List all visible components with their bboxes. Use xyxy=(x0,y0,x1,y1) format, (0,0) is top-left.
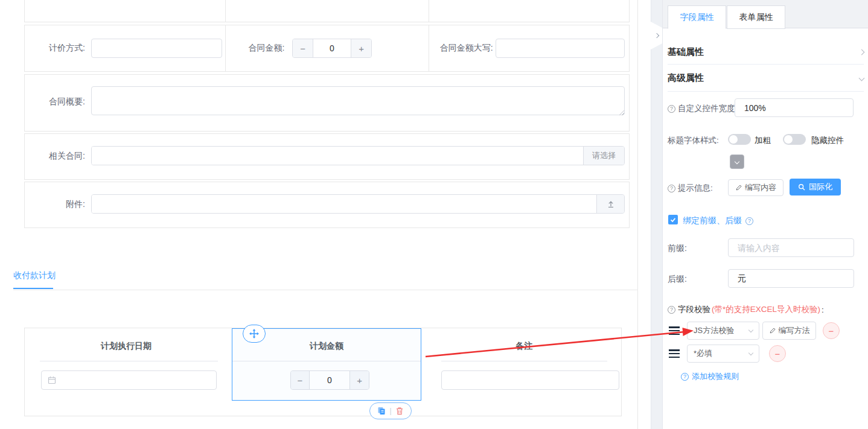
prefix-input[interactable] xyxy=(728,238,854,257)
properties-panel: 字段属性 表单属性 基础属性 高级属性 ? 自定义控件宽度: 标题字体样式: 加… xyxy=(662,0,868,429)
bind-prefix-suffix-checkbox[interactable] xyxy=(668,215,678,224)
column-actions-pill: | xyxy=(369,402,412,419)
minus-icon: − xyxy=(829,326,834,336)
bind-prefix-suffix-label: 绑定前缀、后缀 xyxy=(683,215,742,226)
panel-tab-bar: 字段属性 表单属性 xyxy=(663,0,868,28)
validation-colon: : xyxy=(822,305,824,314)
field-pricing-method: 计价方式: xyxy=(25,25,225,71)
pricing-method-input[interactable] xyxy=(91,39,222,58)
amount-in-words-label: 合同金额大写: xyxy=(429,43,493,54)
prefix-label-row: 前缀: xyxy=(668,243,687,254)
check-icon xyxy=(669,216,677,223)
pencil-icon xyxy=(769,327,776,334)
stepper-value[interactable]: 0 xyxy=(313,39,351,57)
suffix-input[interactable] xyxy=(728,269,854,288)
rule-type-select[interactable]: JS方法校验 xyxy=(687,322,759,340)
field-amount-in-words: 合同金额大写: xyxy=(429,25,629,71)
width-label-row: ? 自定义控件宽度: xyxy=(668,103,737,114)
attachment-input[interactable] xyxy=(92,195,596,213)
contract-amount-label: 合同金额: xyxy=(226,43,284,54)
related-contract-input[interactable] xyxy=(92,147,583,165)
minus-icon: − xyxy=(775,349,780,359)
tab-payment-plan[interactable]: 收付款计划 xyxy=(13,270,56,281)
header-underline xyxy=(441,361,607,361)
payment-plan-table: 计划执行日期 计划金额 备注 − 0 + xyxy=(24,328,622,416)
validation-label-row: ? 字段校验 (带*的支持EXCEL导入时校验) : xyxy=(668,304,824,315)
chevron-right-icon xyxy=(859,49,865,55)
i18n-label: 国际化 xyxy=(809,182,832,192)
font-style-label-row: 标题字体样式: xyxy=(668,135,719,146)
help-icon: ? xyxy=(668,185,675,192)
contract-amount-stepper: − 0 + xyxy=(292,39,372,58)
tab-form-properties[interactable]: 表单属性 xyxy=(727,5,785,29)
plan-remark-input[interactable] xyxy=(441,370,619,390)
write-content-button[interactable]: 编写内容 xyxy=(728,179,783,196)
grid-row-related: 相关合同: 请选择 xyxy=(24,133,630,180)
font-style-expand-button[interactable] xyxy=(730,154,744,169)
hide-control-toggle[interactable] xyxy=(783,134,806,145)
copy-button[interactable] xyxy=(377,407,386,415)
help-icon: ? xyxy=(668,105,675,113)
delete-button[interactable] xyxy=(395,407,404,415)
rule-type-select[interactable]: *必填 xyxy=(687,345,759,363)
add-rule-label: 添加校验规则 xyxy=(692,371,739,382)
plan-date-input[interactable] xyxy=(41,370,217,390)
rule-type-value: JS方法校验 xyxy=(694,325,734,336)
section-advanced-label: 高级属性 xyxy=(668,72,704,84)
custom-width-input[interactable] xyxy=(735,98,854,117)
column-header-date[interactable]: 计划执行日期 xyxy=(25,341,228,352)
add-validation-rule-link[interactable]: ? 添加校验规则 xyxy=(681,371,739,382)
remove-rule-button[interactable]: − xyxy=(769,345,786,362)
chevron-right-icon xyxy=(654,33,659,38)
section-advanced-properties[interactable]: 高级属性 xyxy=(668,65,864,92)
hide-control-label: 隐藏控件 xyxy=(811,135,844,146)
grid-row-amounts: 计价方式: 合同金额: − 0 + 合同金额大写: xyxy=(24,25,630,72)
tab-field-properties[interactable]: 字段属性 xyxy=(668,5,726,29)
calendar-icon xyxy=(48,376,56,384)
header-underline xyxy=(40,361,218,361)
related-contract-select-button[interactable]: 请选择 xyxy=(583,147,624,165)
rule-drag-handle[interactable] xyxy=(669,349,680,358)
rule-drag-handle[interactable] xyxy=(669,326,680,335)
chevron-down-icon xyxy=(859,75,865,81)
grid-cell-empty xyxy=(25,0,225,22)
help-icon: ? xyxy=(681,373,689,381)
validation-label: 字段校验 xyxy=(678,304,710,315)
prefix-label: 前缀: xyxy=(668,243,687,254)
stepper-increase-button[interactable]: + xyxy=(351,39,371,57)
write-method-label: 编写方法 xyxy=(779,325,810,336)
related-contract-label: 相关合同: xyxy=(25,151,85,162)
i18n-button[interactable]: 国际化 xyxy=(790,179,841,195)
write-content-label: 编写内容 xyxy=(745,182,776,193)
rule-type-value: *必填 xyxy=(694,348,712,359)
grid-row-partial xyxy=(24,0,630,22)
chevron-down-icon xyxy=(748,350,753,355)
section-basic-properties[interactable]: 基础属性 xyxy=(668,40,864,65)
bind-prefix-suffix-row[interactable]: 绑定前缀、后缀 ? xyxy=(683,215,755,226)
bold-toggle[interactable] xyxy=(728,134,751,145)
panel-gutter xyxy=(651,0,662,429)
field-contract-amount: 合同金额: − 0 + xyxy=(225,25,428,71)
remove-rule-button[interactable]: − xyxy=(823,322,840,339)
grid-row-attachment: 附件: xyxy=(24,182,630,228)
column-header-remark[interactable]: 备注 xyxy=(426,341,622,352)
tab-active-underline xyxy=(13,288,53,289)
tooltip-label-row: ? 提示信息: xyxy=(668,183,713,194)
summary-textarea[interactable] xyxy=(91,86,625,115)
font-style-label: 标题字体样式: xyxy=(668,135,719,146)
suffix-label-row: 后缀: xyxy=(668,274,687,285)
bold-label: 加粗 xyxy=(755,135,771,146)
attachment-upload-button[interactable] xyxy=(596,195,624,213)
help-icon: ? xyxy=(745,217,753,225)
custom-width-label: 自定义控件宽度: xyxy=(678,103,737,114)
attachment-label: 附件: xyxy=(25,199,85,210)
summary-label: 合同概要: xyxy=(25,97,85,107)
write-method-button[interactable]: 编写方法 xyxy=(762,322,816,340)
amount-in-words-input[interactable] xyxy=(496,39,625,58)
plan-date-field xyxy=(41,370,217,390)
tab-divider xyxy=(13,290,637,290)
canvas-right-border xyxy=(637,0,638,429)
move-handle[interactable] xyxy=(243,325,266,343)
stepper-decrease-button[interactable]: − xyxy=(293,39,313,57)
validation-note: (带*的支持EXCEL导入时校验) xyxy=(712,304,820,315)
